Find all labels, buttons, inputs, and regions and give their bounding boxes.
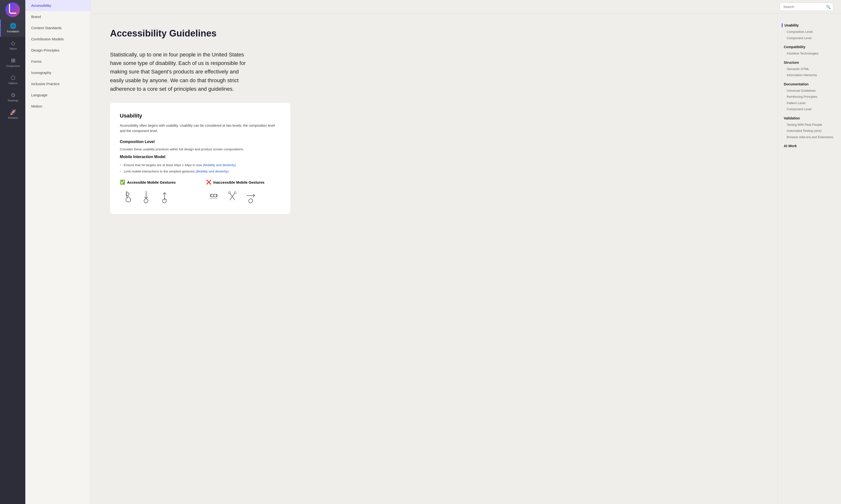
- bullet-text-1: Ensure that hit targets are at least 44p…: [124, 163, 203, 167]
- category-sidebar: Accessibility Brand Content Standards Co…: [25, 0, 90, 504]
- components-icon: ⊞: [11, 58, 15, 63]
- nav-label-foundation: Foundation: [7, 30, 19, 33]
- search-icon: 🔍: [826, 4, 831, 9]
- nav-item-roadmap[interactable]: ⊙ Roadmap: [0, 89, 25, 106]
- nav-label-patterns: Patterns: [8, 82, 18, 85]
- main-content: Accessibility Guidelines Statistically, …: [90, 14, 778, 504]
- pinch-gesture-icon: [224, 189, 240, 204]
- accessible-gestures-label: Accessible Mobile Gestures: [127, 180, 175, 184]
- sidebar-item-motion[interactable]: Motion: [25, 101, 90, 112]
- table-of-contents: Usability Composition Level Component Le…: [778, 14, 841, 504]
- search-wrap: 🔍: [779, 3, 833, 11]
- page-title: Accessibility Guidelines: [110, 28, 758, 39]
- svg-point-2: [214, 194, 217, 197]
- toc-item-composition-level[interactable]: Composition Level: [783, 29, 836, 35]
- accessible-gestures-header: ✅ Accessible Mobile Gestures: [120, 180, 194, 185]
- search-input[interactable]: [779, 3, 833, 11]
- intro-paragraph: Statistically, up to one in four people …: [110, 50, 246, 93]
- accessible-gesture-icons: [120, 189, 194, 204]
- toc-section-usability: Usability Composition Level Component Le…: [783, 23, 836, 41]
- toc-label-structure[interactable]: Structure: [783, 60, 836, 65]
- toc-label-usability[interactable]: Usability: [782, 23, 836, 27]
- accessible-gestures: ✅ Accessible Mobile Gestures: [120, 180, 194, 204]
- mobility-link-2[interactable]: (Mobility and dexterity): [195, 169, 229, 173]
- toc-label-compatibility[interactable]: Compatibility: [783, 45, 836, 49]
- bullet-item-1: Ensure that hit targets are at least 44p…: [120, 162, 280, 168]
- swipe-gesture-icon: [243, 189, 259, 204]
- app-logo[interactable]: [0, 0, 25, 19]
- toc-item-pattern-level[interactable]: Pattern Level: [783, 100, 836, 106]
- mobile-interaction-bullets: Ensure that hit targets are at least 44p…: [120, 162, 280, 175]
- check-icon: ✅: [120, 180, 125, 185]
- toc-item-testing-real-people[interactable]: Testing With Real People: [783, 122, 836, 128]
- nav-item-components[interactable]: ⊞ Components: [0, 54, 25, 71]
- bullet-item-2: Limit mobile interactions to the simples…: [120, 168, 280, 175]
- nav-item-patterns[interactable]: ⬡ Patterns: [0, 71, 25, 89]
- toc-section-structure: Structure Semantic HTML Information Hier…: [783, 60, 836, 78]
- svg-point-0: [126, 193, 129, 196]
- toc-item-component-level-doc[interactable]: Component Level: [783, 106, 836, 112]
- inaccessible-gestures-label: Inaccessible Mobile Gestures: [213, 180, 264, 184]
- svg-point-1: [211, 194, 214, 197]
- toc-item-information-hierarchy[interactable]: Information Hierarchy: [783, 72, 836, 78]
- toc-label-at-work[interactable]: At Work: [783, 144, 836, 148]
- gesture-demo: ✅ Accessible Mobile Gestures: [120, 180, 280, 204]
- nav-rail: 🌐 Foundation ◇ Tokens ⊞ Components ⬡ Pat…: [0, 0, 25, 504]
- tap-gesture-icon: [120, 189, 135, 204]
- sidebar-item-forms[interactable]: Forms: [25, 56, 90, 67]
- svg-point-3: [228, 192, 230, 194]
- mobility-link-1[interactable]: (Mobility and dexterity): [203, 163, 236, 167]
- sidebar-item-contribution-models[interactable]: Contribution Models: [25, 34, 90, 45]
- swipe-down-icon: [138, 189, 154, 204]
- roadmap-icon: ⊙: [11, 92, 15, 98]
- toc-item-universal-guidelines[interactable]: Universal Guidelines: [783, 88, 836, 94]
- usability-title: Usability: [120, 113, 280, 119]
- logo-inner: [9, 4, 16, 14]
- inaccessible-gestures: ❌ Inaccessible Mobile Gestures: [206, 180, 280, 204]
- content-card: Usability Accessibility often begins wit…: [110, 103, 290, 214]
- releases-icon: 🚀: [10, 110, 16, 115]
- toc-item-reinforcing-principles[interactable]: Reinforcing Principles: [783, 94, 836, 100]
- toc-item-browser-addons[interactable]: Browser Add-ons and Extensions: [783, 134, 836, 140]
- sidebar-item-content-standards[interactable]: Content Standards: [25, 22, 90, 34]
- nav-label-components: Components: [6, 65, 20, 67]
- toc-item-automated-testing[interactable]: Automated Testing (aXe): [783, 128, 836, 134]
- inaccessible-gestures-header: ❌ Inaccessible Mobile Gestures: [206, 180, 280, 185]
- swipe-up-icon: [157, 189, 172, 204]
- toc-label-documentation[interactable]: Documentation: [783, 82, 836, 86]
- globe-icon: 🌐: [10, 23, 16, 29]
- nav-item-foundation[interactable]: 🌐 Foundation: [0, 19, 25, 37]
- sidebar-item-language[interactable]: Language: [25, 90, 90, 101]
- svg-point-4: [234, 192, 236, 194]
- mobile-interaction-title: Mobile Interaction Model: [120, 155, 280, 159]
- nav-label-tokens: Tokens: [9, 48, 17, 50]
- usability-desc: Accessibility often begins with usabilit…: [120, 123, 280, 134]
- topbar: 🔍: [90, 0, 841, 14]
- sidebar-item-accessibility[interactable]: Accessibility: [25, 0, 90, 11]
- toc-label-validation[interactable]: Validation: [783, 116, 836, 120]
- sidebar-item-inclusive-practice[interactable]: Inclusive Practice: [25, 78, 90, 90]
- sidebar-item-iconography[interactable]: Iconography: [25, 67, 90, 78]
- toc-section-compatibility: Compatibility Assistive Technologies: [783, 45, 836, 57]
- toc-section-documentation: Documentation Universal Guidelines Reinf…: [783, 82, 836, 112]
- sidebar-item-brand[interactable]: Brand: [25, 11, 90, 22]
- token-icon: ◇: [11, 41, 15, 46]
- x-icon: ❌: [206, 180, 211, 185]
- sidebar-item-design-principles[interactable]: Design Principles: [25, 45, 90, 56]
- patterns-icon: ⬡: [11, 75, 15, 80]
- nav-label-releases: Releases: [8, 116, 18, 119]
- composition-level-title: Composition Level: [120, 140, 280, 144]
- toc-item-assistive-technologies[interactable]: Assistive Technologies: [783, 50, 836, 57]
- inaccessible-gesture-icons: [206, 189, 280, 204]
- toc-item-component-level[interactable]: Component Level: [783, 35, 836, 41]
- toc-section-at-work: At Work: [783, 144, 836, 148]
- nav-label-roadmap: Roadmap: [8, 99, 18, 102]
- nav-item-releases[interactable]: 🚀 Releases: [0, 106, 25, 123]
- nav-item-tokens[interactable]: ◇ Tokens: [0, 37, 25, 54]
- composition-level-desc: Consider these usability practices withi…: [120, 147, 280, 152]
- logo-circle: [5, 2, 20, 17]
- bullet-text-2: Limit mobile interactions to the simples…: [124, 169, 195, 173]
- toc-section-validation: Validation Testing With Real People Auto…: [783, 116, 836, 140]
- toc-item-semantic-html[interactable]: Semantic HTML: [783, 66, 836, 72]
- rotate-gesture-icon: [206, 189, 222, 204]
